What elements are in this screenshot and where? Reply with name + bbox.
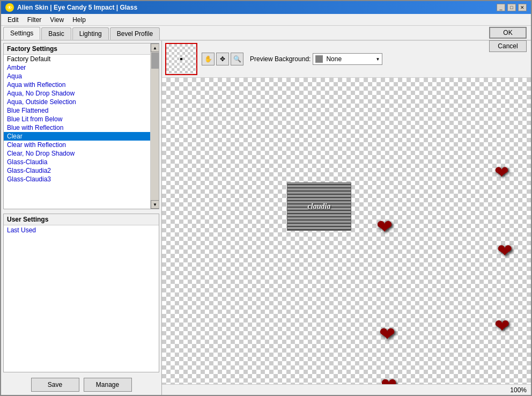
factory-settings-box: Factory Settings Factory Default Amber A… [3, 43, 159, 209]
tab-lighting[interactable]: Lighting [72, 27, 109, 40]
list-item-glass-claudia3[interactable]: Glass-Claudia3 [4, 175, 150, 184]
stamp-lines: claudia [287, 183, 351, 230]
user-settings-header: User Settings [4, 214, 159, 225]
list-item-blue-flat[interactable]: Blue Flattened [4, 106, 150, 115]
move-tool-button[interactable]: ✥ [216, 53, 229, 65]
list-item-aqua-reflection[interactable]: Aqua with Reflection [4, 80, 150, 89]
heart-1: ❤ [494, 164, 509, 181]
user-settings-list[interactable]: Last Used [4, 225, 159, 372]
list-item-amber[interactable]: Amber [4, 63, 150, 72]
cancel-button[interactable]: Cancel [489, 40, 527, 52]
menu-filter[interactable]: Filter [23, 15, 46, 25]
preview-bg-label: Preview Background: [250, 55, 311, 63]
color-swatch [315, 55, 323, 63]
menu-view[interactable]: View [46, 15, 68, 25]
preview-thumb-dot [180, 58, 182, 60]
list-item-aqua-no-drop[interactable]: Aqua, No Drop Shadow [4, 89, 150, 98]
main-content: Factory Settings Factory Default Amber A… [1, 41, 531, 395]
preview-toolbar: ✋ ✥ 🔍 Preview Background: None ▼ [162, 41, 531, 78]
menu-bar: Edit Filter View Help [1, 14, 531, 26]
minimize-button[interactable]: _ [497, 4, 505, 11]
zoom-level: 100% [510, 386, 527, 394]
list-item-glass-claudia[interactable]: Glass-Claudia [4, 158, 150, 166]
menu-edit[interactable]: Edit [3, 15, 23, 25]
right-panel: ✋ ✥ 🔍 Preview Background: None ▼ [162, 41, 531, 395]
save-button[interactable]: Save [31, 378, 79, 392]
preview-bg-select-inner: None [315, 55, 380, 63]
user-settings-box: User Settings Last Used [3, 214, 159, 372]
preview-thumbnail [165, 43, 197, 75]
restore-button[interactable]: □ [507, 4, 516, 11]
hand-tool-button[interactable]: ✋ [202, 53, 215, 65]
factory-settings-header: Factory Settings [4, 43, 150, 55]
title-bar: 👁 Alien Skin | Eye Candy 5 Impact | Glas… [1, 1, 531, 14]
left-panel: Factory Settings Factory Default Amber A… [1, 41, 162, 395]
main-window: 👁 Alien Skin | Eye Candy 5 Impact | Glas… [0, 0, 532, 396]
heart-6: ❤ [381, 376, 397, 384]
window-title: Alien Skin | Eye Candy 5 Impact | Glass [17, 4, 137, 11]
heart-4: ❤ [379, 325, 395, 344]
dropdown-arrow-icon: ▼ [375, 57, 380, 62]
settings-list-container: Factory Settings Factory Default Amber A… [4, 43, 159, 209]
bottom-buttons: Save Manage [1, 375, 161, 395]
list-item-blue-reflection[interactable]: Blue with Reflection [4, 123, 150, 132]
tabs-bar: Settings Basic Lighting Bevel Profile OK… [1, 26, 531, 41]
tab-settings[interactable]: Settings [3, 27, 40, 40]
list-item-aqua-outside[interactable]: Aqua, Outside Selection [4, 98, 150, 106]
list-item-blue-lit[interactable]: Blue Lit from Below [4, 115, 150, 123]
menu-help[interactable]: Help [68, 15, 90, 25]
scroll-thumb[interactable] [151, 53, 159, 69]
heart-5: ❤ [494, 317, 509, 335]
list-item-clear-no-drop[interactable]: Clear, No Drop Shadow [4, 149, 150, 158]
factory-settings-list[interactable]: Factory Settings Factory Default Amber A… [4, 43, 150, 209]
close-button[interactable]: ✕ [518, 4, 527, 11]
preview-area[interactable]: claudia ❤ ❤ ❤ ❤ ❤ ❤ ❤ [162, 78, 531, 384]
preview-bg-select[interactable]: None ▼ [313, 53, 382, 65]
scroll-track [151, 52, 159, 200]
tab-bevel-profile[interactable]: Bevel Profile [110, 27, 160, 40]
user-settings-last-used[interactable]: Last Used [4, 225, 159, 235]
zoom-tool-button[interactable]: 🔍 [231, 53, 243, 65]
list-item-clear-reflection[interactable]: Clear with Reflection [4, 141, 150, 149]
factory-settings-scrollbar: ▲ ▼ [150, 43, 159, 209]
scroll-down-button[interactable]: ▼ [151, 200, 159, 209]
ok-button[interactable]: OK [489, 27, 527, 39]
title-bar-left: 👁 Alien Skin | Eye Candy 5 Impact | Glas… [5, 3, 137, 12]
heart-2: ❤ [376, 217, 393, 237]
ok-cancel-area: OK Cancel [489, 27, 527, 52]
manage-button[interactable]: Manage [84, 378, 132, 392]
toolbar-icons: ✋ ✥ 🔍 [202, 53, 243, 65]
tab-basic[interactable]: Basic [41, 27, 71, 40]
list-item-aqua[interactable]: Aqua [4, 72, 150, 80]
heart-3: ❤ [497, 241, 512, 260]
preview-bg-value: None [326, 55, 342, 63]
scroll-up-button[interactable]: ▲ [151, 43, 159, 52]
stamp-text: claudia [308, 202, 331, 211]
list-item-clear[interactable]: Clear [4, 132, 150, 141]
stamp-preview: claudia [287, 182, 351, 231]
status-bar: 100% [162, 384, 531, 395]
window-controls: _ □ ✕ [497, 4, 527, 11]
list-item-glass-claudia2[interactable]: Glass-Claudia2 [4, 166, 150, 175]
list-item-factory-default[interactable]: Factory Default [4, 55, 150, 63]
app-icon: 👁 [5, 3, 14, 12]
checkered-background: claudia ❤ ❤ ❤ ❤ ❤ ❤ ❤ [162, 78, 531, 384]
